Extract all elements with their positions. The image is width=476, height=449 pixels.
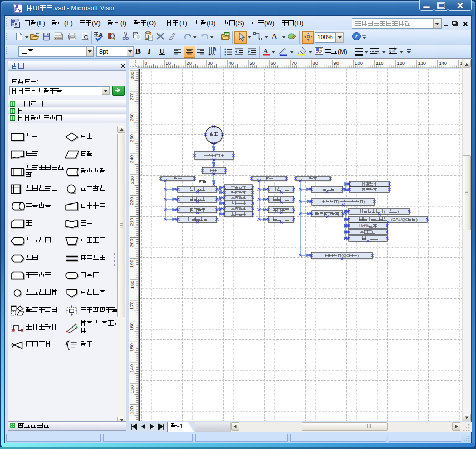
svg-text:110: 110 (376, 60, 384, 66)
svg-text:250: 250 (130, 134, 135, 142)
svg-text:60: 60 (271, 60, 276, 66)
svg-text:A: A (213, 47, 217, 52)
svg-text:20: 20 (187, 60, 192, 66)
svg-text:90: 90 (334, 60, 339, 66)
svg-text:30: 30 (208, 60, 213, 66)
svg-text:150: 150 (460, 60, 462, 66)
svg-text:140: 140 (130, 364, 135, 373)
svg-text:130: 130 (418, 60, 426, 66)
svg-text:100: 100 (355, 60, 363, 66)
svg-text:190: 190 (130, 260, 135, 268)
svg-text:210: 210 (130, 218, 135, 226)
svg-text:40: 40 (229, 60, 234, 66)
svg-text:140: 140 (439, 60, 447, 66)
svg-text:130: 130 (130, 385, 135, 394)
svg-text:70: 70 (292, 60, 297, 66)
svg-text:160: 160 (130, 322, 135, 331)
svg-text:240: 240 (130, 155, 135, 164)
svg-text:280: 280 (130, 72, 135, 80)
svg-text:170: 170 (130, 302, 135, 310)
svg-text:260: 260 (130, 113, 135, 121)
svg-text:270: 270 (130, 93, 135, 101)
svg-text:A: A (263, 47, 268, 55)
svg-text:200: 200 (130, 239, 135, 247)
svg-text:230: 230 (130, 176, 135, 185)
svg-text:50: 50 (250, 60, 255, 66)
svg-text:120: 120 (397, 60, 405, 66)
svg-text:?: ? (355, 33, 358, 39)
svg-text:120: 120 (130, 406, 135, 415)
svg-text:150: 150 (130, 343, 135, 352)
svg-text:180: 180 (130, 281, 135, 289)
svg-text:80: 80 (313, 60, 318, 66)
svg-text:A: A (271, 32, 278, 41)
svg-text:220: 220 (130, 197, 135, 206)
svg-text:0: 0 (145, 60, 147, 66)
svg-text:10: 10 (166, 60, 171, 66)
